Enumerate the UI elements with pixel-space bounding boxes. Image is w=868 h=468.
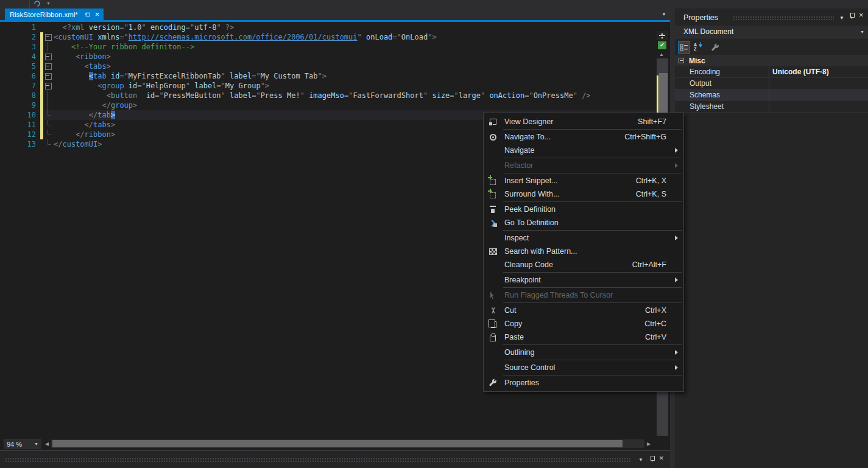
fold-collapse-icon[interactable] xyxy=(43,61,54,71)
zoom-control[interactable]: 94 % ▼ xyxy=(4,439,41,449)
code-text: <customUI xmlns="http://schemas.microsof… xyxy=(54,32,655,42)
zoom-dropdown-icon[interactable]: ▼ xyxy=(34,442,38,446)
window-position-dropdown-icon[interactable]: ▼ xyxy=(638,457,643,463)
object-selector-combobox[interactable]: XML Document ▼ xyxy=(675,26,868,38)
close-icon[interactable]: × xyxy=(859,12,864,18)
code-line[interactable]: 2<customUI xmlns="http://schemas.microso… xyxy=(0,32,655,42)
code-line[interactable]: 7 <group id="HelpGroup" label="My Group"… xyxy=(0,81,655,91)
code-line[interactable]: 1 <?xml version="1.0" encoding="utf-8" ?… xyxy=(0,23,655,32)
cut-icon: ✂ xyxy=(489,307,497,314)
menu-item-go-to-definition[interactable]: Go To Definition xyxy=(484,216,683,229)
window-position-dropdown-icon[interactable]: ▼ xyxy=(839,15,844,21)
scroll-up-arrow[interactable]: ▲ xyxy=(659,52,664,57)
menu-item-refactor[interactable]: Refactor xyxy=(484,159,683,172)
document-list-dropdown-icon[interactable]: ▼ xyxy=(662,12,666,17)
fold-collapse-icon[interactable] xyxy=(43,71,54,81)
menu-item-shortcut: Ctrl+Shift+G xyxy=(624,133,683,141)
alphabetical-sort-button[interactable]: A Z xyxy=(692,41,704,54)
menu-item-run-flagged-threads-to-cursor[interactable]: Run Flagged Threads To Cursor xyxy=(484,288,683,302)
fold-collapse-icon[interactable] xyxy=(43,81,54,91)
properties-titlebar[interactable]: Properties ▼ × xyxy=(675,11,868,26)
property-value[interactable]: Unicode (UTF-8) xyxy=(769,66,868,77)
code-line[interactable]: 3 <!--Your ribbon definiton--> xyxy=(0,42,655,52)
menu-item-label: Outlining xyxy=(502,348,534,357)
property-row-stylesheet[interactable]: Stylesheet xyxy=(675,101,868,113)
toolbar-dropdown-icon[interactable]: ▼ xyxy=(46,1,51,5)
menu-item-shortcut: Ctrl+K, S xyxy=(636,190,683,198)
fold-collapse-icon[interactable] xyxy=(43,32,54,42)
menu-item-label: Refactor xyxy=(502,161,533,170)
document-tab-title: RiskStoreRibbon.xml* xyxy=(10,11,78,18)
drag-grip[interactable] xyxy=(5,458,631,463)
code-line[interactable]: 6 <tab id="MyFirstExcelRibbonTab" label=… xyxy=(0,71,655,81)
code-line[interactable]: 9 </group> xyxy=(0,100,655,110)
toolbar-arc-icon[interactable] xyxy=(33,0,41,8)
menu-item-insert-snippet[interactable]: Insert Snippet...Ctrl+K, X xyxy=(484,174,683,187)
drag-grip[interactable] xyxy=(733,16,834,21)
property-value[interactable] xyxy=(769,89,868,100)
pin-icon[interactable] xyxy=(84,12,90,17)
code-line[interactable]: 5 <tabs> xyxy=(0,61,655,71)
code-line[interactable]: 4 <ribbon> xyxy=(0,52,655,61)
scroll-left-arrow[interactable]: ◀ xyxy=(45,441,49,447)
surround-with-icon xyxy=(490,192,496,198)
fold-guide xyxy=(43,139,54,149)
menu-item-outlining[interactable]: Outlining xyxy=(484,346,683,359)
line-number: 9 xyxy=(0,100,40,110)
close-icon[interactable]: × xyxy=(95,12,100,18)
menu-item-properties[interactable]: Properties xyxy=(484,376,683,389)
menu-item-inspect[interactable]: Inspect xyxy=(484,231,683,245)
menu-item-label: Cleanup Code xyxy=(502,260,553,269)
menu-item-navigate[interactable]: Navigate xyxy=(484,144,683,157)
property-label: Schemas xyxy=(675,89,769,100)
close-icon[interactable]: × xyxy=(659,455,664,461)
menu-item-cut[interactable]: ✂CutCtrl+X xyxy=(484,304,683,317)
collapsed-toolwindow-bar[interactable]: ▼ × xyxy=(0,450,670,468)
property-row-encoding[interactable]: EncodingUnicode (UTF-8) xyxy=(675,66,868,78)
menu-item-surround-with[interactable]: Surround With...Ctrl+K, S xyxy=(484,187,683,201)
copy-icon xyxy=(491,321,496,328)
pin-icon[interactable] xyxy=(849,13,855,19)
properties-panel: Properties ▼ × XML Document ▼ A Z xyxy=(675,9,868,468)
split-handle-icon[interactable]: ▲ ▼ xyxy=(657,31,668,40)
menu-item-peek-definition[interactable]: Peek Definition xyxy=(484,203,683,216)
fold-collapse-icon[interactable] xyxy=(43,52,54,61)
menu-item-label: Surround With... xyxy=(502,190,559,198)
menu-item-label: Source Control xyxy=(502,363,555,372)
hscroll-thumb[interactable] xyxy=(52,440,623,447)
menu-separator xyxy=(503,158,682,158)
fold-guide xyxy=(43,23,54,32)
menu-item-view-designer[interactable]: View DesignerShift+F7 xyxy=(484,115,683,128)
menu-item-label: Search with Pattern... xyxy=(502,247,577,256)
menu-item-shortcut: Ctrl+C xyxy=(644,320,683,328)
menu-item-cleanup-code[interactable]: Cleanup CodeCtrl+Alt+F xyxy=(484,258,683,271)
scroll-right-arrow[interactable]: ▶ xyxy=(647,441,651,447)
menu-item-source-control[interactable]: Source Control xyxy=(484,361,683,374)
fold-guide xyxy=(43,42,54,52)
document-tab[interactable]: RiskStoreRibbon.xml* × xyxy=(5,9,104,20)
property-value[interactable] xyxy=(769,101,868,112)
view-designer-icon xyxy=(490,119,496,125)
category-row[interactable]: Misc xyxy=(675,55,868,66)
code-text: </group> xyxy=(54,100,655,110)
property-pages-button[interactable] xyxy=(709,41,721,54)
menu-separator xyxy=(503,201,682,202)
menu-item-search-with-pattern[interactable]: Search with Pattern... xyxy=(484,245,683,258)
pin-icon[interactable] xyxy=(649,456,655,463)
submenu-arrow-icon xyxy=(675,236,678,240)
menu-item-breakpoint[interactable]: Breakpoint xyxy=(484,273,683,287)
property-row-output[interactable]: Output xyxy=(675,78,868,89)
property-row-schemas[interactable]: Schemas xyxy=(675,89,868,101)
code-line[interactable]: 8 <button id="PressMeButton" label="Pres… xyxy=(0,91,655,100)
categorized-view-button[interactable] xyxy=(678,41,690,54)
menu-separator xyxy=(503,344,682,345)
fold-guide xyxy=(43,110,54,120)
hscroll-track[interactable] xyxy=(51,439,644,448)
menu-item-shortcut: Ctrl+V xyxy=(645,333,683,341)
collapse-icon[interactable] xyxy=(679,58,684,63)
menu-item-paste[interactable]: PasteCtrl+V xyxy=(484,330,683,344)
properties-title: Properties xyxy=(683,13,718,22)
menu-item-navigate-to[interactable]: Navigate To...Ctrl+Shift+G xyxy=(484,130,683,144)
property-value[interactable] xyxy=(769,78,868,89)
menu-item-copy[interactable]: CopyCtrl+C xyxy=(484,317,683,330)
